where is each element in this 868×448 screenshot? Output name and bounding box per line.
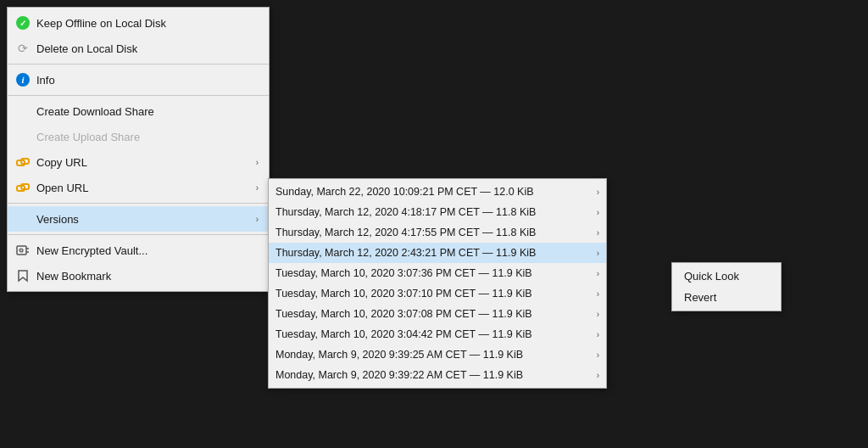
- menu-item-new-bookmark-label: New Bookmark: [36, 270, 111, 283]
- version-item-5-label: Tuesday, March 10, 2020 3:07:36 PM CET —…: [275, 267, 532, 279]
- version-item-5[interactable]: Tuesday, March 10, 2020 3:07:36 PM CET —…: [269, 263, 606, 283]
- version-item-2-label: Thursday, March 12, 2020 4:18:17 PM CET …: [275, 206, 536, 218]
- actions-submenu: Quick Look Revert: [671, 262, 782, 311]
- version-item-7-label: Tuesday, March 10, 2020 3:07:08 PM CET —…: [275, 308, 532, 320]
- version-item-6[interactable]: Tuesday, March 10, 2020 3:07:10 PM CET —…: [269, 283, 606, 304]
- menu-item-copy-url-label: Copy URL: [36, 156, 87, 169]
- menu-item-create-upload-share-label: Create Upload Share: [36, 131, 140, 143]
- action-quick-look-label: Quick Look: [684, 270, 739, 283]
- link-yellow-icon-open: [14, 179, 31, 196]
- menu-item-delete-local-label: Delete on Local Disk: [36, 42, 137, 55]
- menu-item-create-download-share[interactable]: Create Download Share: [8, 98, 269, 124]
- info-icon: i: [14, 71, 31, 88]
- version-item-9-label: Monday, March 9, 2020 9:39:25 AM CET — 1…: [275, 349, 523, 361]
- menu-item-new-vault-label: New Encrypted Vault...: [36, 244, 147, 257]
- chevron-right-v9: ›: [597, 350, 599, 360]
- version-item-10-label: Monday, March 9, 2020 9:39:22 AM CET — 1…: [275, 369, 523, 381]
- menu-item-versions-label: Versions: [36, 213, 79, 226]
- menu-item-info-label: Info: [36, 74, 55, 87]
- action-revert-label: Revert: [684, 291, 716, 304]
- chevron-right-v7: ›: [597, 310, 599, 319]
- version-item-1-label: Sunday, March 22, 2020 10:09:21 PM CET —…: [275, 186, 534, 198]
- sync-gray-icon: ⟳: [14, 40, 31, 57]
- chevron-right-v4: ›: [597, 249, 599, 258]
- chevron-right-v8: ›: [597, 330, 599, 339]
- menu-item-keep-offline[interactable]: Keep Offline on Local Disk: [8, 10, 269, 36]
- versions-submenu: Sunday, March 22, 2020 10:09:21 PM CET —…: [268, 178, 607, 389]
- check-green-icon: [14, 14, 31, 31]
- version-item-3-label: Thursday, March 12, 2020 4:17:55 PM CET …: [275, 227, 536, 238]
- separator-4: [8, 234, 269, 235]
- version-item-9[interactable]: Monday, March 9, 2020 9:39:25 AM CET — 1…: [269, 344, 606, 365]
- menu-item-info[interactable]: i Info: [8, 67, 269, 92]
- menu-item-create-download-share-label: Create Download Share: [36, 105, 154, 118]
- menu-item-copy-url[interactable]: Copy URL ›: [8, 149, 269, 175]
- menu-item-delete-local[interactable]: ⟳ Delete on Local Disk: [8, 36, 269, 61]
- menu-item-open-url[interactable]: Open URL ›: [8, 175, 269, 200]
- version-item-2[interactable]: Thursday, March 12, 2020 4:18:17 PM CET …: [269, 202, 606, 222]
- version-item-4-label: Thursday, March 12, 2020 2:43:21 PM CET …: [275, 247, 536, 259]
- menu-item-new-bookmark[interactable]: New Bookmark: [8, 263, 269, 288]
- no-icon-3: [14, 210, 31, 227]
- chevron-right-v5: ›: [597, 269, 599, 278]
- action-revert[interactable]: Revert: [672, 287, 781, 308]
- version-item-3[interactable]: Thursday, March 12, 2020 4:17:55 PM CET …: [269, 222, 606, 243]
- chevron-right-icon-copy-url: ›: [256, 158, 259, 167]
- main-context-menu: Keep Offline on Local Disk ⟳ Delete on L…: [7, 7, 270, 292]
- menu-item-versions[interactable]: Versions ›: [8, 206, 269, 232]
- chevron-right-icon-open-url: ›: [256, 183, 259, 193]
- menu-item-open-url-label: Open URL: [36, 182, 88, 194]
- no-icon-2: [14, 128, 31, 145]
- version-item-8-label: Tuesday, March 10, 2020 3:04:42 PM CET —…: [275, 328, 532, 340]
- chevron-right-icon-versions: ›: [256, 215, 259, 224]
- vault-icon: [14, 242, 31, 259]
- version-item-7[interactable]: Tuesday, March 10, 2020 3:07:08 PM CET —…: [269, 304, 606, 324]
- action-quick-look[interactable]: Quick Look: [672, 266, 781, 287]
- menu-item-keep-offline-label: Keep Offline on Local Disk: [36, 17, 166, 30]
- link-yellow-icon-copy: [14, 154, 31, 171]
- chevron-right-v6: ›: [597, 289, 599, 299]
- version-item-6-label: Tuesday, March 10, 2020 3:07:10 PM CET —…: [275, 288, 532, 300]
- menu-item-new-vault[interactable]: New Encrypted Vault...: [8, 238, 269, 263]
- separator-2: [8, 95, 269, 96]
- chevron-right-v10: ›: [597, 371, 599, 380]
- menu-item-create-upload-share: Create Upload Share: [8, 124, 269, 149]
- chevron-right-v2: ›: [597, 208, 599, 217]
- version-item-8[interactable]: Tuesday, March 10, 2020 3:04:42 PM CET —…: [269, 324, 606, 344]
- bookmark-icon: [14, 267, 31, 284]
- separator-3: [8, 203, 269, 204]
- version-item-1[interactable]: Sunday, March 22, 2020 10:09:21 PM CET —…: [269, 182, 606, 202]
- svg-point-6: [20, 249, 21, 250]
- separator-1: [8, 64, 269, 64]
- version-item-10[interactable]: Monday, March 9, 2020 9:39:22 AM CET — 1…: [269, 365, 606, 385]
- no-icon-1: [14, 103, 31, 120]
- chevron-right-v3: ›: [597, 228, 599, 238]
- version-item-4[interactable]: Thursday, March 12, 2020 2:43:21 PM CET …: [269, 243, 606, 263]
- chevron-right-v1: ›: [597, 188, 599, 197]
